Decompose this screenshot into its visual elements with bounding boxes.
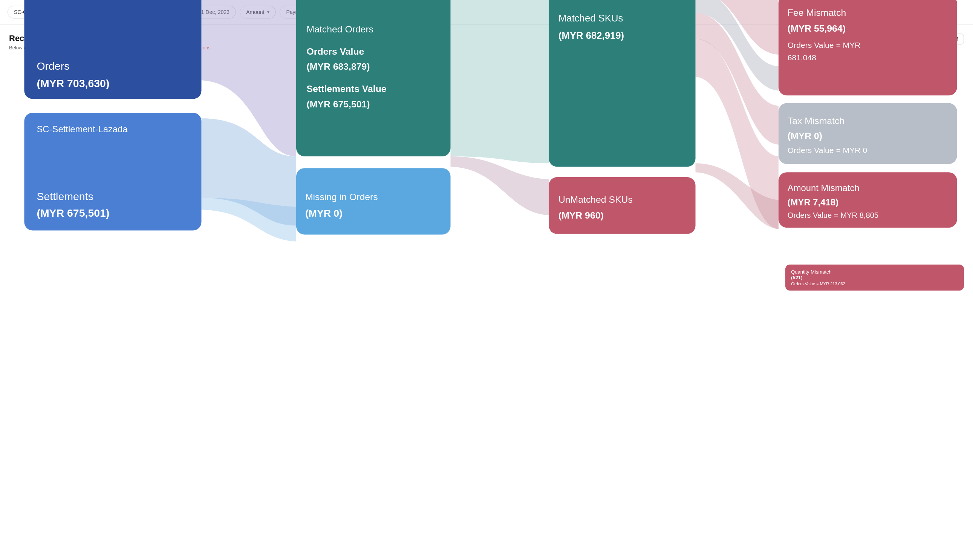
- node-orders-val: (MYR 703,630): [37, 77, 109, 89]
- node-matched-orders-rect: [296, 0, 450, 157]
- sankey-wrapper: SC-Order-Lazada Orders (MYR 703,630) SC-…: [0, 0, 973, 275]
- node-mo-ov-val: (MYR 683,879): [307, 62, 370, 72]
- node-unmatched-skus-title: UnMatched SKUs: [558, 195, 633, 205]
- node-matched-orders-title: Matched Orders: [307, 24, 374, 34]
- node-settlements-text: Settlements: [37, 190, 93, 202]
- node-matched-skus-val: (MYR 682,919): [558, 30, 624, 41]
- svg-rect-1: [778, 234, 957, 240]
- node-tax-mismatch-sub: Orders Value = MYR 0: [788, 146, 867, 155]
- node-fee-mismatch-val: (MYR 55,964): [788, 23, 846, 33]
- qty-mismatch-row: Quantity Mismatch (521) Orders Value = M…: [9, 265, 964, 290]
- node-settlements-source-title: SC-Settlement-Lazada: [37, 124, 128, 134]
- node-settlements-val: (MYR 675,501): [37, 207, 109, 219]
- node-amount-mismatch-title: Amount Mismatch: [788, 183, 860, 193]
- node-matched-skus-rect: [549, 0, 695, 167]
- node-qty-mismatch-div: Quantity Mismatch (521) Orders Value = M…: [785, 265, 964, 290]
- node-mo-sv-label: Settlements Value: [307, 84, 387, 94]
- node-matched-skus-title: Matched SKUs: [558, 13, 623, 23]
- node-fee-mismatch-title: Fee Mismatch: [788, 8, 846, 18]
- node-amount-mismatch-sub: Orders Value = MYR 8,805: [788, 211, 878, 219]
- node-qty-mismatch-sub: Orders Value = MYR 213,062: [791, 282, 958, 286]
- sankey-main-svg: SC-Order-Lazada Orders (MYR 703,630) SC-…: [9, 0, 964, 264]
- flow-6: [451, 157, 549, 215]
- node-qty-mismatch-value: (521): [791, 275, 958, 280]
- node-miss-ord-title: Missing in Orders: [305, 192, 378, 202]
- node-unmatched-skus-rect: [549, 177, 695, 234]
- node-amount-mismatch-val: (MYR 7,418): [788, 197, 838, 207]
- node-qty-mismatch-label: Quantity Mismatch: [791, 269, 958, 275]
- node-unmatched-skus-val: (MYR 960): [558, 210, 604, 220]
- node-fee-mismatch-sub2: 681,048: [788, 53, 816, 62]
- node-orders-text: Orders: [37, 60, 69, 72]
- node-mo-ov-label: Orders Value: [307, 47, 365, 57]
- node-fee-mismatch-sub1: Orders Value = MYR: [788, 41, 861, 49]
- flow-5: [451, 0, 549, 163]
- node-miss-ord-val: (MYR 0): [305, 208, 343, 219]
- node-tax-mismatch-title: Tax Mismatch: [788, 116, 845, 126]
- node-tax-mismatch-val: (MYR 0): [788, 131, 822, 141]
- node-mo-sv-val: (MYR 675,501): [307, 99, 370, 109]
